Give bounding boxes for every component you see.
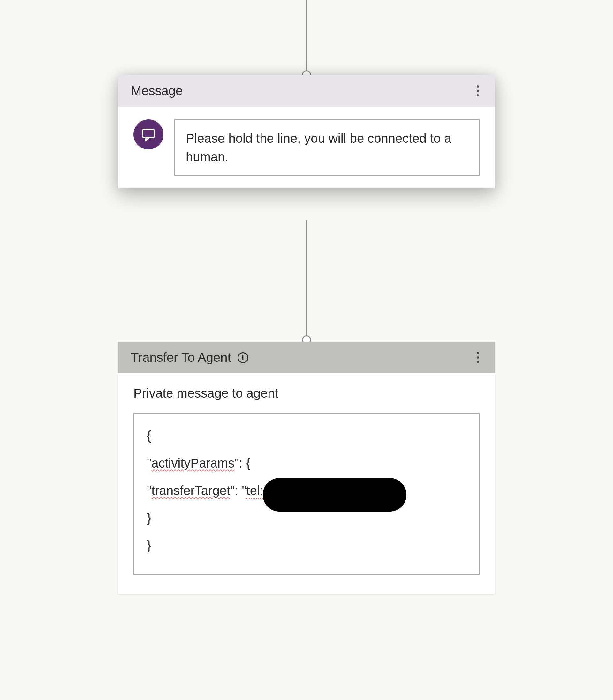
code-line: } xyxy=(147,508,466,528)
node-title: Transfer To Agent xyxy=(131,350,231,365)
code-key-activityparams: activityParams xyxy=(151,456,234,470)
chat-bubble-icon xyxy=(133,119,164,150)
code-text: ": " xyxy=(230,483,247,497)
private-message-label: Private message to agent xyxy=(133,386,480,400)
kebab-menu-icon[interactable] xyxy=(473,349,482,366)
code-text: ": { xyxy=(234,456,250,470)
flow-connector-top xyxy=(306,0,307,74)
private-message-code-input[interactable]: { "activityParams": { "transferTarget": … xyxy=(133,413,480,575)
redacted-value xyxy=(263,478,406,511)
code-line: "transferTarget": "tel: xyxy=(147,480,466,501)
code-value-tel: tel: xyxy=(247,483,263,499)
node-title: Message xyxy=(131,84,183,98)
node-body: Private message to agent { "activityPara… xyxy=(118,373,495,594)
node-header: Transfer To Agent i xyxy=(118,342,495,373)
node-header: Message xyxy=(118,75,495,107)
code-key-transfertarget: transferTarget xyxy=(151,483,230,497)
flow-connector-middle xyxy=(306,220,307,342)
node-body: Please hold the line, you will be connec… xyxy=(118,107,495,189)
message-text-input[interactable]: Please hold the line, you will be connec… xyxy=(174,119,480,176)
code-text: " xyxy=(147,483,151,497)
info-icon[interactable]: i xyxy=(237,352,248,363)
kebab-menu-icon[interactable] xyxy=(473,82,482,100)
svg-rect-0 xyxy=(143,129,154,138)
flow-node-message[interactable]: Message Please hold the line, you will b… xyxy=(118,75,495,189)
code-line: } xyxy=(147,535,466,556)
code-text: " xyxy=(147,456,151,470)
code-line: "activityParams": { xyxy=(147,453,466,473)
flow-node-transfer-to-agent[interactable]: Transfer To Agent i Private message to a… xyxy=(118,342,495,594)
code-line: { xyxy=(147,425,466,446)
